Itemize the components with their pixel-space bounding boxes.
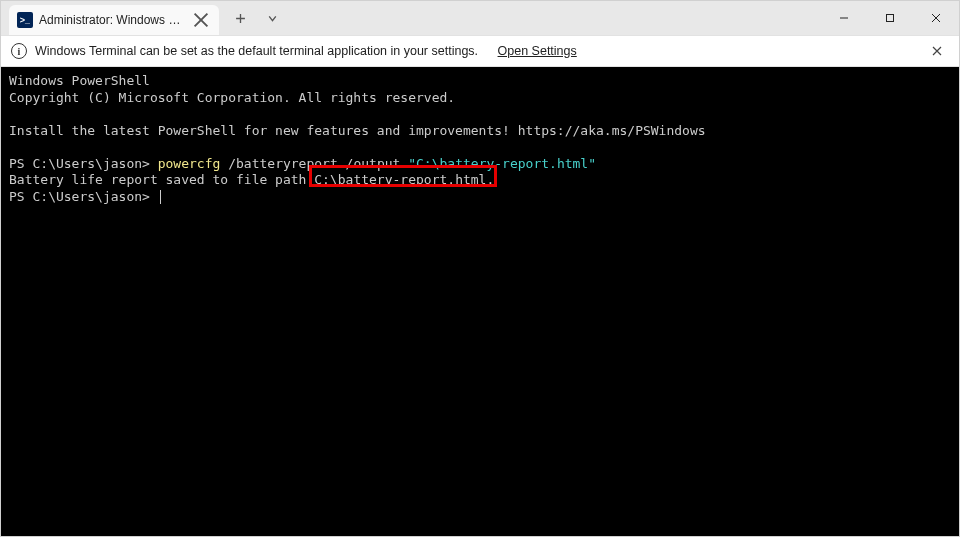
info-bar: i Windows Terminal can be set as the def… — [1, 35, 959, 67]
tab-title: Administrator: Windows PowerS — [39, 13, 187, 27]
terminal-body[interactable]: Windows PowerShell Copyright (C) Microso… — [1, 67, 959, 536]
command-name: powercfg — [158, 156, 228, 171]
terminal-window: >_ Administrator: Windows PowerS — [0, 0, 960, 537]
new-tab-button[interactable] — [225, 3, 255, 33]
cursor — [160, 190, 161, 204]
command-string: "C:\battery-report.html" — [408, 156, 596, 171]
output-path: C:\battery-report.html. — [314, 172, 494, 187]
term-line: Install the latest PowerShell for new fe… — [9, 123, 706, 138]
powershell-icon: >_ — [17, 12, 33, 28]
tab-powershell[interactable]: >_ Administrator: Windows PowerS — [9, 5, 219, 35]
term-line: Windows PowerShell — [9, 73, 150, 88]
term-line — [9, 106, 17, 121]
prompt: PS C:\Users\jason> — [9, 189, 158, 204]
tab-actions — [225, 1, 287, 35]
window-controls — [821, 1, 959, 35]
titlebar: >_ Administrator: Windows PowerS — [1, 1, 959, 35]
tab-close-button[interactable] — [193, 12, 209, 28]
info-dismiss-button[interactable] — [925, 39, 949, 63]
command-args: /batteryreport /output — [228, 156, 408, 171]
close-window-button[interactable] — [913, 1, 959, 35]
term-line: Copyright (C) Microsoft Corporation. All… — [9, 90, 455, 105]
prompt: PS C:\Users\jason> — [9, 156, 158, 171]
open-settings-link[interactable]: Open Settings — [498, 44, 577, 58]
tab-dropdown-button[interactable] — [257, 3, 287, 33]
output-text: Battery life report saved to file path — [9, 172, 314, 187]
svg-rect-0 — [887, 15, 894, 22]
info-message: Windows Terminal can be set as the defau… — [35, 44, 478, 58]
term-line — [9, 139, 17, 154]
info-icon: i — [11, 43, 27, 59]
minimize-button[interactable] — [821, 1, 867, 35]
maximize-button[interactable] — [867, 1, 913, 35]
